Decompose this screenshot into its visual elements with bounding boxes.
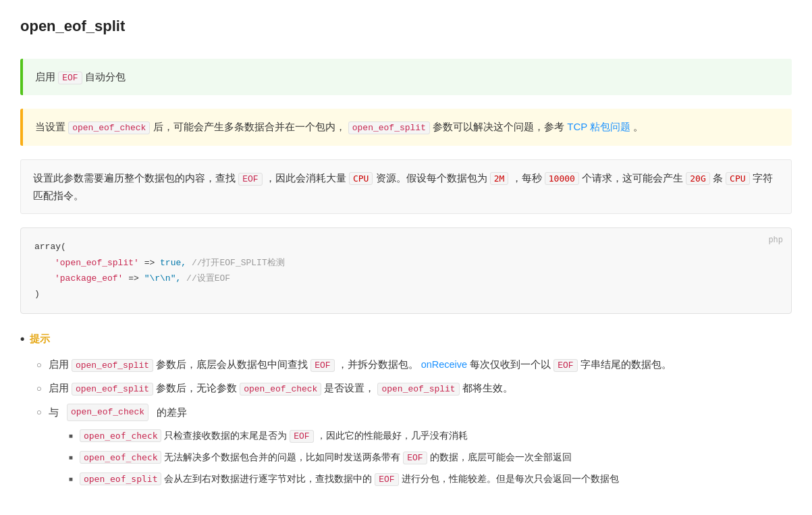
list-item: ○ 启用 open_eof_split 参数后，底层会从数据包中间查找 EOF … xyxy=(36,356,792,373)
sub-sub-0-code2: EOF xyxy=(290,430,313,443)
tcp-sticky-link[interactable]: TCP 粘包问题 xyxy=(567,121,630,132)
yellow-link-suffix: 。 xyxy=(633,121,643,132)
green-suffix: 自动分包 xyxy=(85,71,126,82)
sub-item-1-code3: open_eof_split xyxy=(377,383,459,396)
sub-item-1-code2: open_eof_check xyxy=(240,383,321,396)
sub-circle-1: ○ xyxy=(36,381,42,396)
code-line3: 'package_eof' => "\r\n", //设置EOF xyxy=(34,271,778,286)
sub-item-0-code1: open_eof_split xyxy=(72,359,153,372)
main-label: 提示 xyxy=(30,330,50,348)
note-20g: 20G xyxy=(686,172,709,185)
diff-content: 与 open_eof_check 的差异 ■ open_eof_check 只检… xyxy=(49,404,619,494)
lang-label: php xyxy=(768,234,783,248)
diff-header: 与 open_eof_check 的差异 xyxy=(49,404,619,421)
square-icon-1: ■ xyxy=(69,452,73,463)
diff-code: open_eof_check xyxy=(67,404,148,421)
note-cpu1: CPU xyxy=(349,172,373,185)
list-item: ○ 启用 open_eof_split 参数后，无论参数 open_eof_ch… xyxy=(36,380,792,397)
yellow-code2: open_eof_split xyxy=(348,121,430,134)
bullet-section: • 提示 ○ 启用 open_eof_split 参数后，底层会从数据包中间查找… xyxy=(20,330,792,495)
note-text5: 个请求，这可能会产生 xyxy=(582,172,683,184)
note-cpu2: CPU xyxy=(726,172,749,185)
note-text1: 设置此参数需要遍历整个数据包的内容，查找 xyxy=(33,172,236,184)
sub-sub-1: open_eof_check 无法解决多个数据包合并的问题，比如同时发送两条带有… xyxy=(80,450,572,466)
sub-sub-2-code2: EOF xyxy=(375,473,398,486)
note-text2: ，因此会消耗大量 xyxy=(265,172,346,184)
note-text3: 资源。假设每个数据包为 xyxy=(376,172,487,184)
bullet-main: • 提示 xyxy=(20,330,792,348)
sub-item-1-content: 启用 open_eof_split 参数后，无论参数 open_eof_chec… xyxy=(49,380,513,397)
sub-sub-list: ■ open_eof_check 只检查接收数据的末尾是否为 EOF ，因此它的… xyxy=(69,428,619,487)
yellow-box: 当设置 open_eof_check 后，可能会产生多条数据合并在一个包内， o… xyxy=(20,109,792,145)
sub-sub-2: open_eof_split 会从左到右对数据进行逐字节对比，查找数据中的 EO… xyxy=(80,471,619,487)
sub-sub-1-code: open_eof_check xyxy=(80,451,162,464)
sub-item-1-code1: open_eof_split xyxy=(72,383,153,396)
note-text6: 条 xyxy=(713,172,723,184)
main-dot: • xyxy=(20,330,24,348)
yellow-text-after2: 参数可以解决这个问题，参考 xyxy=(433,121,564,132)
note-eof: EOF xyxy=(238,173,262,186)
code-line4: ) xyxy=(34,286,778,302)
yellow-text-before: 当设置 xyxy=(35,121,65,132)
sub-item-0-content: 启用 open_eof_split 参数后，底层会从数据包中间查找 EOF ，并… xyxy=(49,356,672,373)
yellow-text-after: 后，可能会产生多条数据合并在一个包内， xyxy=(153,121,346,132)
yellow-code1: open_eof_check xyxy=(68,121,150,134)
sub-item-0-code3: EOF xyxy=(553,359,577,372)
on-receive-link[interactable]: onReceive xyxy=(421,359,468,370)
sub-sub-1-code2: EOF xyxy=(403,452,427,464)
sub-circle-0: ○ xyxy=(36,358,42,373)
list-item: ■ open_eof_check 无法解决多个数据包合并的问题，比如同时发送两条… xyxy=(69,450,619,466)
list-item: ■ open_eof_split 会从左到右对数据进行逐字节对比，查找数据中的 … xyxy=(69,471,619,487)
page-title: open_eof_split xyxy=(20,13,792,45)
sub-item-0-code2: EOF xyxy=(310,359,334,372)
note-box: 设置此参数需要遍历整个数据包的内容，查找 EOF ，因此会消耗大量 CPU 资源… xyxy=(20,159,792,215)
code-line1: array( xyxy=(34,239,778,254)
green-box: 启用 EOF 自动分包 xyxy=(20,59,792,95)
note-10000: 10000 xyxy=(545,172,579,185)
list-item: ■ open_eof_check 只检查接收数据的末尾是否为 EOF ，因此它的… xyxy=(69,428,619,444)
sub-sub-0-code: open_eof_check xyxy=(80,429,162,442)
code-line2: 'open_eof_split' => true, //打开EOF_SPLIT检… xyxy=(34,255,778,271)
green-prefix: 启用 xyxy=(35,71,55,82)
diff-circle: ○ xyxy=(36,405,42,420)
square-icon-0: ■ xyxy=(69,430,73,441)
code-block: php array( 'open_eof_split' => true, //打… xyxy=(20,227,792,314)
diff-item: ○ 与 open_eof_check 的差异 ■ open_eof_check … xyxy=(36,404,792,494)
green-eof-code: EOF xyxy=(58,72,82,84)
note-text4: ，每秒 xyxy=(512,172,542,184)
square-icon-2: ■ xyxy=(69,473,73,485)
sub-sub-2-code: open_eof_split xyxy=(80,472,162,485)
note-2m: 2M xyxy=(490,172,509,185)
sub-list: ○ 启用 open_eof_split 参数后，底层会从数据包中间查找 EOF … xyxy=(36,356,792,495)
sub-sub-0: open_eof_check 只检查接收数据的末尾是否为 EOF ，因此它的性能… xyxy=(80,428,468,444)
